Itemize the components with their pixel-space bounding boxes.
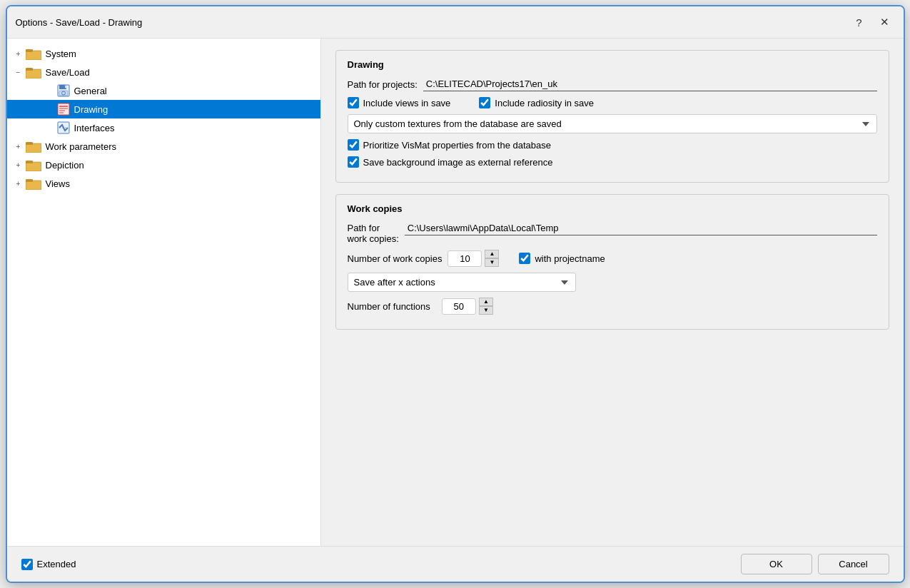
path-workcopies-input[interactable] xyxy=(405,221,877,235)
path-projects-row: Path for projects: xyxy=(348,77,877,91)
cancel-button[interactable]: Cancel xyxy=(818,554,889,574)
save-background-label: Save background image as external refere… xyxy=(363,157,553,168)
workcopies-section-title: Work copies xyxy=(348,203,877,214)
help-button[interactable]: ? xyxy=(849,12,869,32)
options-dialog: Options - Save/Load - Drawing ? ✕ + Syst… xyxy=(6,5,905,583)
folder-icon-saveload xyxy=(26,66,41,78)
extended-checkbox[interactable] xyxy=(21,559,33,570)
toggle-saveload: − xyxy=(13,66,24,78)
save-actions-row: Save after x actions Save after x minute… xyxy=(348,273,877,292)
svg-rect-8 xyxy=(65,86,66,88)
tree-label-saveload: Save/Load xyxy=(46,67,90,78)
dialog-buttons: OK Cancel xyxy=(741,554,889,574)
num-functions-down[interactable]: ▼ xyxy=(479,306,493,315)
toggle-drawing xyxy=(44,103,56,115)
path-projects-label: Path for projects: xyxy=(348,79,418,90)
tree-label-views: Views xyxy=(46,178,70,189)
extended-label: Extended xyxy=(37,559,76,569)
include-views-group: Include views in save xyxy=(348,97,451,108)
toggle-views: + xyxy=(13,178,24,189)
folder-icon-workparams xyxy=(26,140,41,153)
tree-item-system[interactable]: + System xyxy=(7,44,320,63)
interface-icon xyxy=(57,121,70,134)
tree-label-system: System xyxy=(46,49,76,59)
num-copies-row: Number of work copies ▲ ▼ with projectna… xyxy=(348,250,877,267)
tree-item-interfaces[interactable]: Interfaces xyxy=(7,118,320,137)
tree-item-workparams[interactable]: + Work parameters xyxy=(7,137,320,156)
include-views-checkbox[interactable] xyxy=(348,97,359,108)
tree-item-drawing[interactable]: Drawing xyxy=(7,100,320,118)
tree-panel: + System − xyxy=(7,39,321,546)
include-radiosity-group: Include radiosity in save xyxy=(479,97,594,108)
save-background-checkbox[interactable] xyxy=(348,156,359,168)
include-views-label: Include views in save xyxy=(363,98,451,108)
drawing-section-title: Drawing xyxy=(348,59,877,70)
num-copies-btns: ▲ ▼ xyxy=(485,250,499,267)
tree-item-depiction[interactable]: + Depiction xyxy=(7,156,320,174)
drawing-section: Drawing Path for projects: Include views… xyxy=(335,50,889,183)
title-bar-controls: ? ✕ xyxy=(849,12,895,32)
tree-item-saveload[interactable]: − Save/Load xyxy=(7,63,320,81)
tree-label-general: General xyxy=(74,86,107,96)
include-radiosity-checkbox[interactable] xyxy=(479,97,490,108)
save-actions-dropdown[interactable]: Save after x actions Save after x minute… xyxy=(348,273,576,292)
tree-item-views[interactable]: + Views xyxy=(7,174,320,193)
texture-dropdown-row: Only custom textures from the database a… xyxy=(348,114,877,133)
drawing-icon xyxy=(57,103,70,116)
toggle-system: + xyxy=(13,48,24,59)
title-bar: Options - Save/Load - Drawing ? ✕ xyxy=(7,6,904,39)
texture-dropdown[interactable]: Only custom textures from the database a… xyxy=(348,114,877,133)
disk-icon-general xyxy=(57,84,70,97)
svg-rect-11 xyxy=(58,103,69,115)
dialog-title: Options - Save/Load - Drawing xyxy=(16,17,143,28)
folder-icon-system xyxy=(26,47,41,60)
num-functions-row: Number of functions ▲ ▼ xyxy=(348,298,877,315)
num-functions-up[interactable]: ▲ xyxy=(479,298,493,306)
path-workcopies-row: Path for work copies: xyxy=(348,221,877,244)
tree-label-depiction: Depiction xyxy=(46,160,84,171)
with-projectname-label: with projectname xyxy=(535,253,605,264)
prioritize-vismat-checkbox[interactable] xyxy=(348,139,359,151)
tree-label-drawing: Drawing xyxy=(74,104,108,115)
folder-icon-depiction xyxy=(26,158,41,171)
path-workcopies-label2: work copies: xyxy=(348,233,399,244)
prioritize-vismat-label: Prioritize VisMat properties from the da… xyxy=(363,140,552,151)
toggle-interfaces xyxy=(44,122,56,133)
workcopies-section: Work copies Path for work copies: Number… xyxy=(335,194,889,330)
tree-item-general[interactable]: General xyxy=(7,81,320,100)
toggle-depiction: + xyxy=(13,159,24,171)
num-functions-input[interactable] xyxy=(442,298,476,315)
num-functions-spinner: ▲ ▼ xyxy=(442,298,493,315)
folder-icon-views xyxy=(26,177,41,190)
with-projectname-checkbox[interactable] xyxy=(519,253,530,264)
num-functions-btns: ▲ ▼ xyxy=(479,298,493,315)
num-copies-input[interactable] xyxy=(448,250,482,267)
num-copies-label: Number of work copies xyxy=(348,253,443,264)
right-panel: Drawing Path for projects: Include views… xyxy=(321,39,904,546)
save-background-row: Save background image as external refere… xyxy=(348,156,877,168)
close-button[interactable]: ✕ xyxy=(875,12,895,32)
extended-section: Extended xyxy=(21,559,76,570)
num-copies-up[interactable]: ▲ xyxy=(485,250,499,258)
main-content: + System − xyxy=(7,39,904,546)
toggle-general xyxy=(44,85,56,96)
num-functions-label: Number of functions xyxy=(348,301,430,312)
with-projectname-group: with projectname xyxy=(519,253,605,264)
ok-button[interactable]: OK xyxy=(741,554,812,574)
include-radiosity-label: Include radiosity in save xyxy=(495,98,594,108)
num-copies-spinner: ▲ ▼ xyxy=(448,250,499,267)
bottom-bar: Extended OK Cancel xyxy=(7,546,904,582)
toggle-workparams: + xyxy=(13,141,24,152)
prioritize-vismat-row: Prioritize VisMat properties from the da… xyxy=(348,139,877,151)
tree-label-interfaces: Interfaces xyxy=(74,123,115,133)
path-workcopies-label1: Path for xyxy=(348,223,399,233)
num-copies-down[interactable]: ▼ xyxy=(485,258,499,267)
tree-label-workparams: Work parameters xyxy=(46,141,116,152)
path-projects-input[interactable] xyxy=(423,77,877,91)
checkboxes-row1: Include views in save Include radiosity … xyxy=(348,97,877,108)
